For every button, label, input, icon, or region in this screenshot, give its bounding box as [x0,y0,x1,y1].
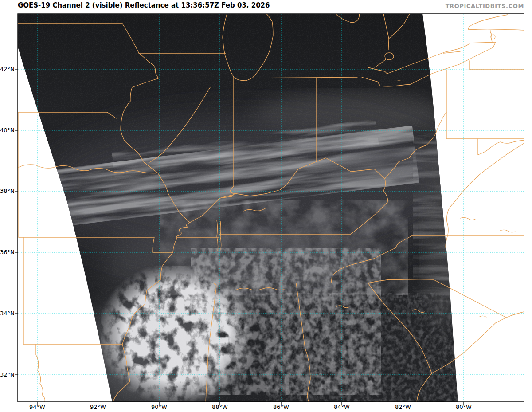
satellite-image-page: GOES-19 Channel 2 (visible) Reflectance … [0,0,532,412]
satellite-map [0,0,532,412]
